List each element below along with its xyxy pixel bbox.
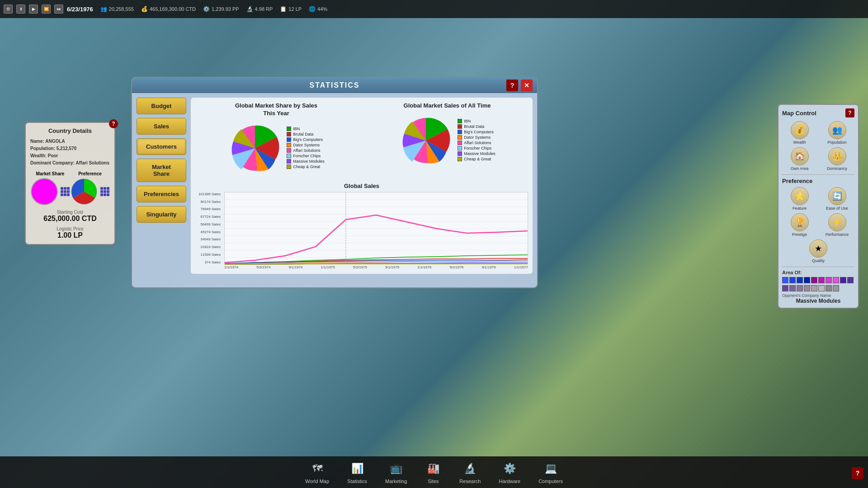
preference-col: Preference (71, 171, 109, 205)
pref-prestige[interactable]: 🏆 Prestige (782, 213, 817, 237)
x-label-2: 9/1/1974 (288, 265, 302, 269)
color-cell-11[interactable] (782, 285, 788, 291)
color-cell-4[interactable] (804, 277, 810, 283)
color-cell-8[interactable] (833, 277, 839, 283)
sites-label: Sites (428, 479, 439, 484)
country-info: Name: ANGOLA Population: 5,212,570 Wealt… (30, 138, 110, 167)
nav-computers[interactable]: 💻 Computers (538, 460, 563, 484)
map-control-dominancy[interactable]: 👑 Dominancy (820, 147, 854, 171)
nav-research[interactable]: 🔬 Research (459, 460, 481, 484)
color-cell-3[interactable] (797, 277, 803, 283)
quality-label: Quality (812, 258, 825, 263)
y-label-6: 34049 Sales (195, 237, 221, 241)
starting-cost-label: Starting Cost (30, 210, 110, 215)
play-button[interactable]: ▶ (29, 5, 38, 14)
nav-hardware[interactable]: ⚙️ Hardware (499, 460, 520, 484)
map-control-own-area[interactable]: 🏠 Own Area (782, 147, 817, 171)
country-panel: ? Country Details Name: ANGOLA Populatio… (25, 122, 115, 245)
pref-quality-row: ★ Quality (782, 239, 854, 263)
nav-singularity[interactable]: Singularity (137, 206, 186, 223)
faster-button[interactable]: ⏭ (54, 5, 63, 14)
color-cell-17[interactable] (826, 285, 832, 291)
stats-help-button[interactable]: ? (506, 80, 518, 91)
hardware-icon: ⚙️ (501, 460, 518, 477)
line-chart-section: Global Sales 101399 Sales 90174 Sales 78… (195, 183, 528, 269)
nav-sites[interactable]: 🏭 Sites (425, 460, 441, 484)
pause-button[interactable]: ⏸ (16, 5, 25, 14)
color-cell-9[interactable] (840, 277, 846, 283)
y-label-9: 374 Sales (195, 260, 221, 264)
color-cell-1[interactable] (782, 277, 788, 283)
stats-body: Budget Sales Customers MarketShare Prefe… (132, 93, 537, 278)
wealth-value: Poor (48, 153, 58, 158)
map-control-help[interactable]: ? (845, 108, 854, 117)
divider-1 (782, 174, 854, 175)
color-cell-13[interactable] (797, 285, 803, 291)
preference-section: Preference ⭐ Feature 🔄 Ease of Use 🏆 Pre… (782, 178, 854, 263)
color-cell-15[interactable] (811, 285, 817, 291)
pref-ease-of-use[interactable]: 🔄 Ease of Use (820, 187, 854, 211)
nav-market-share[interactable]: MarketShare (137, 159, 186, 182)
pp-icon: ⚙️ (203, 6, 210, 12)
color-cell-16[interactable] (818, 285, 825, 291)
preference-title: Preference (782, 178, 854, 184)
lp-stat: 📋 12 LP (280, 6, 302, 12)
map-control-header: Map Control ? (782, 108, 854, 117)
stats-close-button[interactable]: ✕ (521, 80, 533, 91)
nav-world-map[interactable]: 🗺 World Map (305, 460, 329, 484)
nav-marketing[interactable]: 📺 Marketing (385, 460, 407, 484)
nav-statistics[interactable]: 📊 Statistics (347, 460, 367, 484)
bottom-help-button[interactable]: ? (852, 467, 863, 479)
chart2-inner: IBN Brutal Data Big's Computers Dator Sy… (366, 113, 528, 168)
nav-customers[interactable]: Customers (137, 138, 186, 155)
starting-cost-value: 625,000.00 CTD (30, 215, 110, 223)
dominant-label: Dominant Company: (30, 160, 75, 165)
pref-feature[interactable]: ⭐ Feature (782, 187, 817, 211)
color-strip (782, 277, 854, 283)
x-axis: 1/1/1974 5/2/1974 9/1/1974 1/1/1975 5/3/… (195, 265, 528, 269)
line-chart-container: 101399 Sales 90174 Sales 78949 Sales 677… (195, 192, 528, 264)
nav-preferencies[interactable]: Preferencies (137, 186, 186, 202)
color-cell-14[interactable] (804, 285, 810, 291)
money-value: 465,169,300.00 CTD (150, 6, 196, 12)
percent-stat: 🌐 44% (309, 6, 327, 12)
top-bar-controls: ⚙ ⏸ ▶ ⏩ ⏭ 6/23/1976 (4, 5, 93, 14)
divider-2 (782, 267, 854, 267)
nav-budget[interactable]: Budget (137, 98, 186, 114)
x-label-9: 1/1/1977 (514, 265, 528, 269)
starting-cost-section: Starting Cost 625,000.00 CTD (30, 210, 110, 223)
color-cell-6[interactable] (818, 277, 825, 283)
map-control-population[interactable]: 👥 Population (820, 121, 854, 145)
color-cell-5[interactable] (811, 277, 817, 283)
market-pref-row: Market Share Preference (30, 171, 110, 205)
stats-buttons: ? ✕ (506, 80, 533, 91)
color-cell-10[interactable] (847, 277, 854, 283)
research-icon: 🔬 (462, 460, 478, 477)
settings-button[interactable]: ⚙ (4, 5, 13, 14)
sites-icon: 🏭 (425, 460, 441, 477)
nav-sales[interactable]: Sales (137, 118, 186, 135)
population-label: Population (827, 140, 847, 145)
chart1-title: Global Market Share by SalesThis Year (195, 102, 357, 117)
pref-performance[interactable]: ⚡ Performance (820, 213, 854, 237)
country-panel-badge: ? (109, 119, 118, 128)
ease-of-use-label: Ease of Use (826, 206, 848, 211)
logistic-value: 1.00 LP (30, 231, 110, 239)
color-cell-7[interactable] (826, 277, 832, 283)
chart-area (224, 192, 528, 264)
legend-1: IBN Brutal Data Big's Computers Dator Sy… (287, 127, 325, 170)
y-label-7: 22824 Sales (195, 245, 221, 249)
percent-icon: 🌐 (309, 6, 316, 12)
own-area-label: Own Area (791, 166, 809, 171)
map-control-wealth[interactable]: 💰 Wealth (782, 121, 817, 145)
wealth-icon: 💰 (791, 121, 809, 139)
preference-grid-icon[interactable] (100, 187, 109, 196)
fast-button[interactable]: ⏩ (42, 5, 51, 14)
market-share-grid-icon[interactable] (61, 187, 70, 196)
population-stat: 👥 20,258,555 (100, 6, 134, 12)
line-chart-title: Global Sales (195, 183, 528, 189)
pref-quality[interactable]: ★ Quality (809, 239, 827, 263)
color-cell-12[interactable] (789, 285, 796, 291)
color-cell-2[interactable] (789, 277, 796, 283)
color-cell-18[interactable] (833, 285, 839, 291)
